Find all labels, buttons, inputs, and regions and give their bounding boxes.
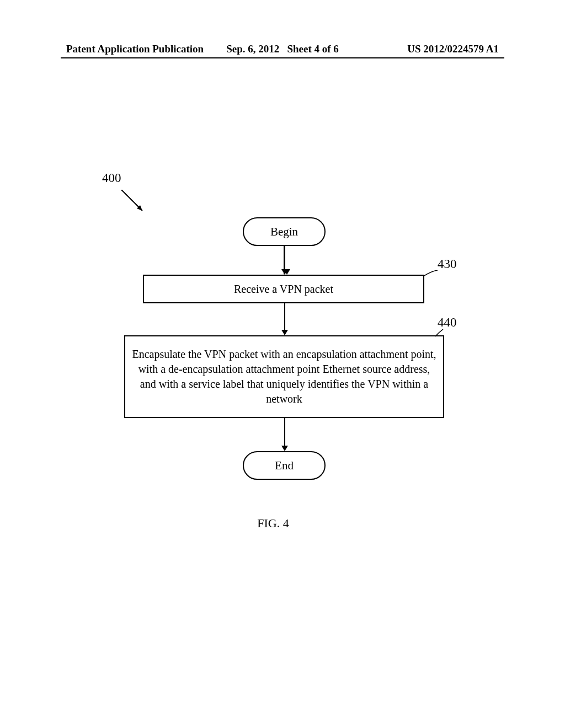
- end-label: End: [275, 459, 294, 473]
- page-header: Patent Application Publication Sep. 6, 2…: [0, 43, 565, 55]
- header-center: Sep. 6, 2012 Sheet 4 of 6: [210, 43, 354, 55]
- arrow-1: [281, 246, 289, 275]
- header-sheet: Sheet 4 of 6: [287, 43, 338, 55]
- flowchart-step-440: Encapsulate the VPN packet with an encap…: [124, 335, 444, 418]
- header-divider: [61, 57, 504, 58]
- arrow-3: [281, 418, 289, 451]
- reference-label-440: 440: [438, 315, 457, 330]
- header-date: Sep. 6, 2012: [226, 43, 279, 55]
- flowchart-begin: Begin: [243, 217, 326, 246]
- reference-leader-400: [121, 190, 154, 223]
- svg-marker-11: [281, 446, 288, 451]
- arrow-2: [281, 303, 289, 335]
- reference-leader-440: [435, 329, 449, 339]
- step-440-text: Encapsulate the VPN packet with an encap…: [132, 347, 436, 406]
- header-pubno: US 2012/0224579 A1: [355, 43, 499, 55]
- figure-label: FIG. 4: [102, 516, 444, 531]
- flowchart-end: End: [243, 451, 326, 480]
- reference-label-430: 430: [438, 257, 457, 271]
- svg-marker-7: [281, 269, 288, 275]
- svg-marker-9: [281, 330, 288, 335]
- header-publication: Patent Application Publication: [66, 43, 210, 55]
- begin-label: Begin: [270, 225, 298, 239]
- reference-label-400: 400: [102, 171, 121, 185]
- step-430-text: Receive a VPN packet: [234, 283, 333, 296]
- reference-leader-430: [424, 270, 441, 281]
- flowchart-step-430: Receive a VPN packet: [143, 275, 424, 303]
